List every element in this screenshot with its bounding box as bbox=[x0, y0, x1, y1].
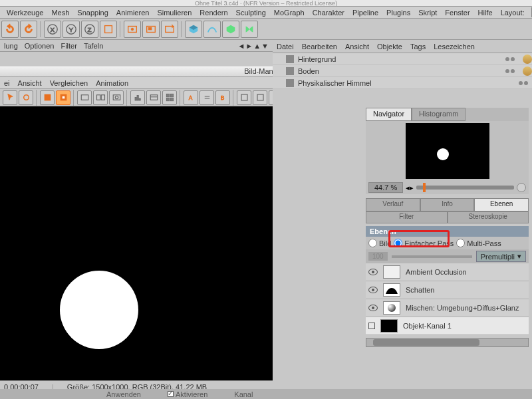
svg-rect-33 bbox=[257, 94, 263, 100]
tab-filter[interactable]: Filter bbox=[366, 211, 448, 223]
pv-a-icon[interactable]: A bbox=[184, 90, 198, 105]
visibility-off-icon[interactable] bbox=[368, 323, 375, 329]
pv-info-icon[interactable] bbox=[146, 90, 161, 105]
coord-icon[interactable] bbox=[100, 21, 117, 38]
main-menubar: Werkzeuge Mesh Snapping Animieren Simuli… bbox=[0, 7, 532, 19]
nav-arrow-icon[interactable]: ▼ bbox=[261, 42, 269, 50]
radio-bild[interactable]: Bild bbox=[368, 239, 391, 247]
menu-pipeline[interactable]: Pipeline bbox=[348, 9, 382, 17]
pv-cursor-icon[interactable] bbox=[3, 90, 17, 105]
tab-ebenen[interactable]: Ebenen bbox=[474, 198, 529, 211]
zoom-reset-icon[interactable] bbox=[517, 183, 526, 192]
subtb-item[interactable]: Optionen bbox=[25, 42, 55, 50]
nav-arrow-icon[interactable]: ▲ bbox=[253, 42, 261, 50]
obj-menu-ansicht[interactable]: Ansicht bbox=[345, 43, 369, 51]
menu-fenster[interactable]: Fenster bbox=[441, 9, 473, 17]
pv-menu-ansicht[interactable]: Ansicht bbox=[18, 79, 42, 87]
tab-histogramm[interactable]: Histogramm bbox=[412, 108, 466, 121]
pv-channel2-icon[interactable] bbox=[56, 90, 70, 105]
subtb-item[interactable]: Filter bbox=[61, 42, 76, 50]
tab-verlauf[interactable]: Verlauf bbox=[366, 198, 420, 211]
menu-mesh[interactable]: Mesh bbox=[47, 9, 73, 17]
menu-hilfe[interactable]: Hilfe bbox=[474, 9, 497, 17]
menu-skript[interactable]: Skript bbox=[414, 9, 441, 17]
axis-x-icon[interactable]: X bbox=[44, 21, 61, 38]
pv-fit-icon[interactable] bbox=[77, 90, 92, 105]
render-view-icon[interactable] bbox=[124, 21, 141, 38]
layer-row[interactable]: Ambient Occlusion bbox=[366, 263, 529, 281]
pv-filter1-icon[interactable] bbox=[237, 90, 251, 105]
obj-menu-tags[interactable]: Tags bbox=[410, 43, 426, 51]
pv-colorpick-icon[interactable] bbox=[19, 90, 33, 105]
tab-stereoskopie[interactable]: Stereoskopie bbox=[448, 211, 529, 223]
svg-rect-28 bbox=[166, 98, 170, 101]
deformer-icon[interactable] bbox=[241, 21, 258, 38]
menu-sculpting[interactable]: Sculpting bbox=[232, 9, 270, 17]
radio-multi-pass[interactable]: Multi-Pass bbox=[456, 239, 501, 247]
layer-row[interactable]: Schatten bbox=[366, 281, 529, 299]
menu-plugins[interactable]: Plugins bbox=[382, 9, 414, 17]
menu-snapping[interactable]: Snapping bbox=[73, 9, 112, 17]
menu-werkzeuge[interactable]: Werkzeuge bbox=[3, 9, 47, 17]
nav-arrow-icon[interactable]: ► bbox=[245, 42, 253, 50]
visibility-icon[interactable] bbox=[368, 287, 378, 293]
render-settings-icon[interactable] bbox=[161, 21, 178, 38]
tab-info[interactable]: Info bbox=[420, 198, 475, 211]
opacity-slider[interactable] bbox=[392, 255, 472, 258]
redo-icon[interactable] bbox=[20, 21, 37, 38]
subtb-item[interactable]: Tafeln bbox=[84, 42, 103, 50]
pv-menu-datei[interactable]: ei bbox=[4, 79, 10, 87]
subtb-item[interactable]: lung bbox=[4, 42, 18, 50]
menu-charakter[interactable]: Charakter bbox=[309, 9, 348, 17]
nav-arrow-icon[interactable]: ◄ bbox=[237, 42, 245, 50]
pv-menu-animation[interactable]: Animation bbox=[96, 79, 128, 87]
blendmode-dropdown[interactable]: Premultipli▾ bbox=[476, 251, 526, 262]
chk-aktivieren[interactable]: Aktivieren bbox=[168, 390, 207, 398]
layers-hscrollbar[interactable] bbox=[366, 338, 529, 347]
primitive-cube-icon[interactable] bbox=[185, 21, 202, 38]
pv-b-icon[interactable]: B bbox=[215, 90, 230, 105]
opacity-field[interactable]: 100 bbox=[368, 252, 388, 261]
radio-einfacher-pass[interactable]: Einfacher Pass bbox=[394, 239, 454, 247]
obj-menu-lesezeichen[interactable]: Lesezeichen bbox=[434, 43, 475, 51]
pv-grid-icon[interactable] bbox=[162, 90, 177, 105]
menu-animieren[interactable]: Animieren bbox=[112, 9, 154, 17]
render-region-icon[interactable] bbox=[142, 21, 160, 38]
zoom-stepper-icon[interactable]: ◂▸ bbox=[406, 184, 414, 192]
visibility-icon[interactable] bbox=[368, 305, 378, 311]
pv-swap-icon[interactable] bbox=[200, 90, 214, 105]
object-row[interactable]: Hintergrund bbox=[273, 53, 532, 65]
svg-rect-32 bbox=[241, 94, 247, 100]
menu-rendern[interactable]: Rendern bbox=[196, 9, 231, 17]
tab-navigator[interactable]: Navigator bbox=[366, 108, 412, 121]
obj-menu-objekte[interactable]: Objekte bbox=[377, 43, 402, 51]
navigator-preview[interactable] bbox=[366, 121, 529, 181]
pv-menu-vergleichen[interactable]: Vergleichen bbox=[50, 79, 88, 87]
pv-compare-icon[interactable] bbox=[93, 90, 108, 105]
btn-anwenden[interactable]: Anwenden bbox=[106, 390, 141, 398]
svg-rect-10 bbox=[148, 27, 152, 30]
generator-icon[interactable] bbox=[222, 21, 239, 38]
zoom-row: 44.7 % ◂▸ bbox=[366, 181, 529, 194]
layer-row[interactable]: Mischen: Umgebung+Diffus+Glanz bbox=[366, 299, 529, 317]
axis-z-icon[interactable]: Z bbox=[81, 21, 98, 38]
object-row[interactable]: Physikalischer Himmel bbox=[273, 77, 532, 89]
obj-menu-bearbeiten[interactable]: Bearbeiten bbox=[302, 43, 337, 51]
undo-icon[interactable] bbox=[1, 21, 19, 38]
menu-simulieren[interactable]: Simulieren bbox=[153, 9, 196, 17]
visibility-icon[interactable] bbox=[368, 269, 378, 275]
axis-y-icon[interactable]: Y bbox=[63, 21, 80, 38]
pv-channel1-icon[interactable] bbox=[40, 90, 55, 105]
zoom-slider[interactable] bbox=[416, 186, 514, 190]
pv-overlay-icon[interactable] bbox=[109, 90, 124, 105]
pv-hist-icon[interactable] bbox=[130, 90, 145, 105]
object-row[interactable]: Boden bbox=[273, 65, 532, 77]
obj-menu-datei[interactable]: Datei bbox=[277, 43, 294, 51]
zoom-value[interactable]: 44.7 % bbox=[368, 182, 403, 193]
layer-row[interactable]: Objekt-Kanal 1 bbox=[366, 317, 529, 335]
chevron-down-icon: ▾ bbox=[517, 252, 521, 261]
menu-mograph[interactable]: MoGraph bbox=[270, 9, 309, 17]
pv-filter2-icon[interactable] bbox=[253, 90, 267, 105]
svg-rect-26 bbox=[166, 94, 170, 97]
spline-icon[interactable] bbox=[203, 21, 221, 38]
